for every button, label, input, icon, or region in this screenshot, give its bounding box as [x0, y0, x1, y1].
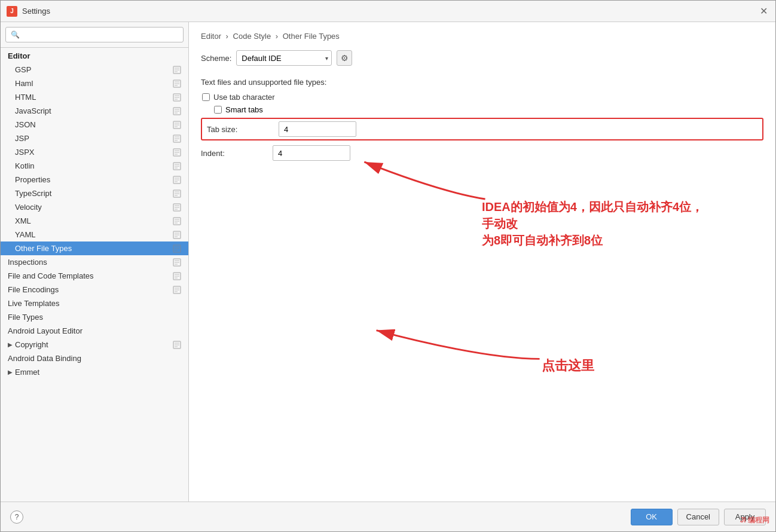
- sidebar-section-editor: Editor: [1, 48, 188, 63]
- sidebar-item-label-velocity: Velocity: [15, 203, 42, 212]
- sidebar-item-live-templates[interactable]: Live Templates: [1, 296, 188, 310]
- sidebar-item-android-data-binding[interactable]: Android Data Binding: [1, 351, 188, 365]
- bottom-bar: ? OK Cancel Apply: [1, 502, 775, 531]
- scheme-select[interactable]: Default IDE Project: [236, 50, 332, 66]
- scheme-label: Scheme:: [201, 54, 231, 63]
- sidebar-item-label-haml: Haml: [15, 79, 33, 88]
- cancel-button[interactable]: Cancel: [677, 509, 719, 525]
- breadcrumb: Editor › Code Style › Other File Types: [201, 32, 763, 41]
- indent-row: Indent:: [201, 145, 763, 161]
- breadcrumb-current: Other File Types: [283, 32, 340, 41]
- sidebar-item-label-other-file-types: Other File Types: [15, 244, 72, 253]
- sidebar-item-icon-xml: [173, 217, 181, 225]
- sidebar-item-label-xml: XML: [15, 216, 31, 225]
- sidebar-item-icon-gsp: [173, 66, 181, 74]
- sidebar-item-json[interactable]: JSON: [1, 118, 188, 132]
- sidebar-item-haml[interactable]: Haml: [1, 77, 188, 90]
- sidebar-item-javascript[interactable]: JavaScript: [1, 104, 188, 118]
- annotation-text-2: 点击这里: [542, 357, 594, 375]
- smart-tabs-checkbox[interactable]: [214, 106, 222, 114]
- sidebar-item-gsp[interactable]: GSP: [1, 63, 188, 77]
- sidebar-item-file-and-code-templates[interactable]: File and Code Templates: [1, 269, 188, 283]
- sidebar-item-label-json: JSON: [15, 120, 36, 129]
- sidebar-item-kotlin[interactable]: Kotlin: [1, 159, 188, 173]
- search-box: [1, 22, 188, 48]
- sidebar-item-label-file-encodings: File Encodings: [8, 285, 59, 294]
- sidebar-item-label-inspections: Inspections: [8, 258, 47, 267]
- breadcrumb-code-style: Code Style: [233, 32, 271, 41]
- sidebar-item-icon-typescript: [173, 189, 181, 198]
- sidebar-item-icon-jspx: [173, 148, 181, 157]
- sidebar-item-jsp[interactable]: JSP: [1, 132, 188, 145]
- sidebar-item-icon-html: [173, 93, 181, 102]
- sidebar-item-icon-file-encodings: [173, 286, 181, 294]
- tab-size-highlighted-row: Tab size:: [201, 118, 763, 140]
- sidebar-item-label-kotlin: Kotlin: [15, 161, 35, 170]
- sidebar-item-label-jsp: JSP: [15, 134, 29, 143]
- sidebar-item-label-android-data-binding: Android Data Binding: [8, 354, 81, 363]
- sidebar-item-icon-kotlin: [173, 162, 181, 170]
- smart-tabs-label[interactable]: Smart tabs: [225, 105, 263, 114]
- sidebar-item-label-copyright: Copyright: [15, 340, 48, 349]
- sidebar-item-typescript[interactable]: TypeScript: [1, 186, 188, 200]
- sidebar-item-label-live-templates: Live Templates: [8, 299, 59, 308]
- tab-size-input[interactable]: [279, 121, 356, 137]
- app-icon: J: [7, 6, 17, 17]
- sidebar-item-label-file-and-code-templates: File and Code Templates: [8, 271, 94, 280]
- sidebar-item-inspections[interactable]: Inspections: [1, 255, 188, 269]
- settings-dialog: J Settings ✕ Editor GSPHamlHTMLJavaScrip…: [0, 0, 776, 532]
- ok-button[interactable]: OK: [631, 509, 673, 525]
- dialog-title: Settings: [22, 7, 757, 16]
- use-tab-character-label[interactable]: Use tab character: [213, 93, 275, 102]
- sidebar-item-android-layout-editor[interactable]: Android Layout Editor: [1, 324, 188, 338]
- use-tab-character-row: Use tab character: [202, 93, 763, 102]
- expand-arrow-emmet: ▶: [8, 369, 13, 375]
- close-button[interactable]: ✕: [757, 5, 769, 17]
- title-bar: J Settings ✕: [1, 1, 775, 22]
- sidebar-item-label-emmet: Emmet: [15, 368, 39, 377]
- breadcrumb-sep-2: ›: [276, 32, 280, 41]
- sidebar-item-label-properties: Properties: [15, 175, 50, 184]
- sidebar-item-yaml[interactable]: YAML: [1, 228, 188, 241]
- sidebar-item-label-javascript: JavaScript: [15, 106, 51, 115]
- sidebar-item-copyright[interactable]: ▶Copyright: [1, 338, 188, 351]
- content-area: Editor › Code Style › Other File Types S…: [189, 22, 775, 502]
- sidebar-item-other-file-types[interactable]: Other File Types: [1, 241, 188, 255]
- sidebar-item-file-types[interactable]: File Types: [1, 310, 188, 324]
- sidebar-item-html[interactable]: HTML: [1, 90, 188, 104]
- annotation-text-1: IDEA的初始值为4，因此只自动补齐4位，手动改为8即可自动补齐到8位: [482, 198, 709, 249]
- help-button[interactable]: ?: [10, 510, 23, 524]
- sidebar-item-icon-haml: [173, 80, 181, 88]
- breadcrumb-editor: Editor: [201, 32, 221, 41]
- sidebar-item-icon-other-file-types: [173, 244, 181, 253]
- sidebar-item-icon-inspections: [173, 258, 181, 267]
- smart-tabs-row: Smart tabs: [214, 105, 763, 114]
- sidebar-item-emmet[interactable]: ▶Emmet: [1, 365, 188, 379]
- sidebar-item-label-jspx: JSPX: [15, 148, 35, 157]
- sidebar-item-label-gsp: GSP: [15, 65, 31, 74]
- sidebar-item-icon-copyright: [173, 341, 181, 349]
- sidebar-item-label-file-types: File Types: [8, 313, 43, 322]
- breadcrumb-sep-1: ›: [226, 32, 231, 41]
- sidebar-item-xml[interactable]: XML: [1, 214, 188, 228]
- scheme-row: Scheme: Default IDE Project ⚙: [201, 50, 763, 66]
- indent-input[interactable]: [273, 145, 350, 161]
- sidebar-item-label-yaml: YAML: [15, 230, 35, 239]
- sidebar-item-icon-yaml: [173, 231, 181, 239]
- sidebar-item-properties[interactable]: Properties: [1, 173, 188, 186]
- sidebar: Editor GSPHamlHTMLJavaScriptJSONJSPJSPXK…: [1, 22, 189, 502]
- sidebar-item-jspx[interactable]: JSPX: [1, 145, 188, 159]
- sidebar-item-icon-javascript: [173, 107, 181, 115]
- sidebar-item-icon-json: [173, 121, 181, 129]
- scheme-gear-button[interactable]: ⚙: [337, 50, 352, 66]
- use-tab-character-checkbox[interactable]: [202, 93, 210, 101]
- expand-arrow-copyright: ▶: [8, 341, 13, 348]
- tab-size-label: Tab size:: [207, 125, 279, 134]
- section-title: Text files and unsupported file types:: [201, 78, 763, 87]
- sidebar-item-label-typescript: TypeScript: [15, 189, 51, 198]
- indent-label: Indent:: [201, 149, 273, 158]
- sidebar-item-velocity[interactable]: Velocity: [1, 200, 188, 214]
- search-input[interactable]: [5, 27, 184, 42]
- sidebar-item-file-encodings[interactable]: File Encodings: [1, 283, 188, 296]
- sidebar-item-icon-velocity: [173, 203, 181, 212]
